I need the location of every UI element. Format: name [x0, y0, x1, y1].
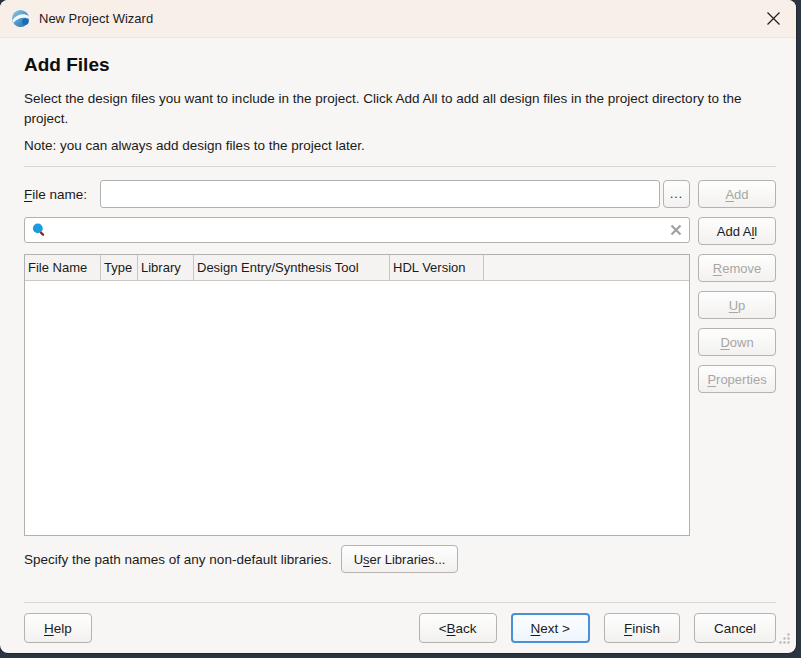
file-name-label: File name:	[24, 187, 100, 202]
column-header-file-name[interactable]: File Name	[25, 255, 101, 280]
app-icon	[11, 9, 30, 28]
dialog-content: Add Files Select the design files you wa…	[0, 38, 796, 653]
column-header-filler	[484, 255, 689, 280]
file-name-input[interactable]	[100, 180, 660, 208]
resize-grip[interactable]	[778, 631, 791, 649]
footer-buttons: Help < Back Next > Finish Cancel	[24, 613, 776, 643]
help-button[interactable]: Help	[24, 613, 92, 643]
user-libraries-text: Specify the path names of any non-defaul…	[24, 552, 332, 567]
user-libraries-button[interactable]: User Libraries...	[341, 545, 459, 573]
intro-text: Select the design files you want to incl…	[24, 89, 774, 129]
search-box[interactable]	[24, 217, 690, 243]
titlebar[interactable]: New Project Wizard	[0, 0, 796, 38]
back-button[interactable]: < Back	[419, 613, 497, 643]
add-all-button[interactable]: Add All	[698, 217, 776, 245]
clear-search-icon[interactable]	[670, 224, 682, 236]
down-button[interactable]: Down	[698, 328, 776, 356]
close-icon	[766, 11, 781, 26]
files-section: File name: ... Add	[24, 180, 776, 536]
browse-button[interactable]: ...	[663, 180, 690, 208]
up-button[interactable]: Up	[698, 291, 776, 319]
search-icon	[32, 223, 46, 237]
spacer	[24, 573, 776, 602]
properties-button[interactable]: Properties	[698, 365, 776, 393]
column-header-library[interactable]: Library	[138, 255, 194, 280]
next-button[interactable]: Next >	[511, 613, 590, 643]
cancel-button[interactable]: Cancel	[694, 613, 776, 643]
add-button[interactable]: Add	[698, 180, 776, 208]
remove-button[interactable]: Remove	[698, 254, 776, 282]
column-header-design-entry-tool[interactable]: Design Entry/Synthesis Tool	[194, 255, 390, 280]
column-header-type[interactable]: Type	[101, 255, 138, 280]
files-table-header: File Name Type Library Design Entry/Synt…	[25, 255, 689, 281]
column-header-hdl-version[interactable]: HDL Version	[390, 255, 484, 280]
window-title: New Project Wizard	[39, 11, 153, 26]
page-title: Add Files	[24, 54, 776, 76]
files-table: File Name Type Library Design Entry/Synt…	[24, 254, 690, 536]
new-project-wizard-dialog: New Project Wizard Add Files Select the …	[0, 0, 796, 653]
divider	[24, 166, 776, 167]
close-button[interactable]	[750, 0, 796, 37]
note-text: Note: you can always add design files to…	[24, 138, 776, 153]
finish-button[interactable]: Finish	[604, 613, 680, 643]
footer-divider	[24, 602, 776, 603]
files-table-body	[25, 281, 689, 535]
search-input[interactable]	[52, 222, 664, 239]
